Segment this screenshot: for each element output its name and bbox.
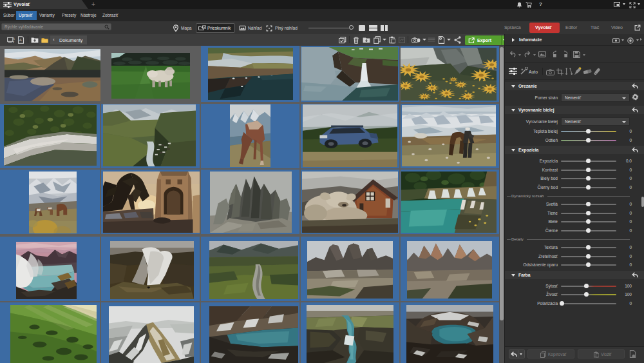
svg-text:A: A (13, 37, 15, 40)
svg-text:A: A (19, 38, 22, 42)
svg-text:z: z (13, 41, 15, 44)
